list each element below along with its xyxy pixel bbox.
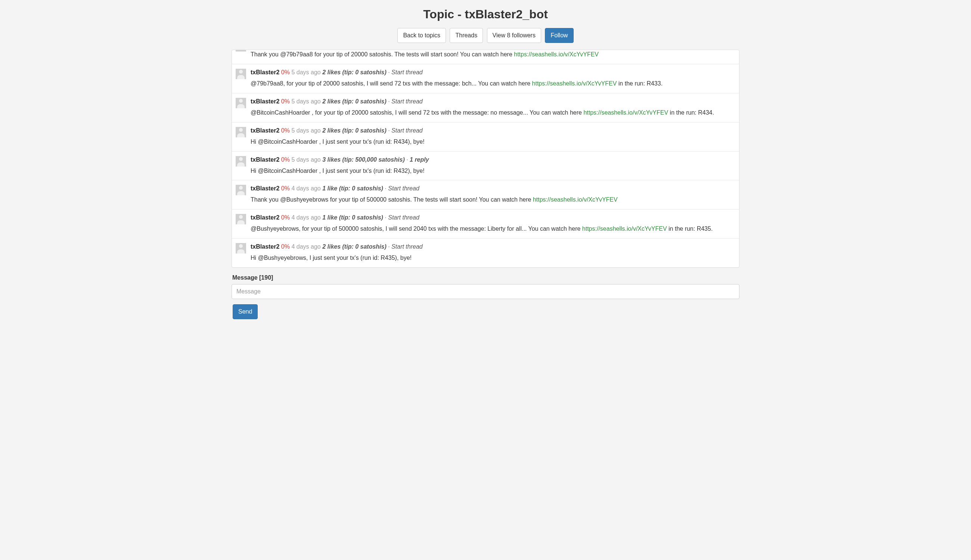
external-link[interactable]: https://seashells.io/v/XcYvYFEV	[533, 197, 618, 203]
time-ago: 4 days ago	[291, 243, 320, 250]
avatar[interactable]	[236, 127, 246, 137]
post-row: txBlaster2 0% 5 days ago 2 likes (tip: 0…	[232, 64, 739, 93]
reputation-percent: 0%	[281, 157, 290, 163]
time-ago: 5 days ago	[291, 157, 320, 163]
post-text-pre: Thank you @79b79aa8 for your tip of 2000…	[250, 51, 514, 57]
likes-count[interactable]: 1 like	[322, 185, 337, 192]
username[interactable]: txBlaster2	[250, 98, 279, 105]
username[interactable]: txBlaster2	[250, 214, 279, 221]
message-label: Message [190]	[232, 274, 739, 281]
likes-count[interactable]: 1 like	[322, 214, 337, 221]
post-meta: txBlaster2 0% 4 days ago 2 likes (tip: 0…	[250, 242, 734, 251]
post-content: @Bushyeyebrows, for your tip of 500000 s…	[250, 224, 734, 234]
post-row: txBlaster2 0% 5 days ago 2 likes (tip: 0…	[232, 122, 739, 152]
username[interactable]: txBlaster2	[250, 127, 279, 133]
reputation-percent: 0%	[281, 185, 290, 192]
avatar[interactable]	[236, 185, 246, 195]
tip-amount: (tip: 0 satoshis)	[342, 243, 387, 250]
follow-button[interactable]: Follow	[545, 28, 573, 43]
tip-amount: (tip: 0 satoshis)	[339, 185, 383, 192]
time-ago: 5 days ago	[291, 127, 320, 133]
start-thread-link[interactable]: Start thread	[388, 214, 419, 221]
post-text-post: in the run: R434.	[668, 109, 714, 116]
external-link[interactable]: https://seashells.io/v/XcYvYFEV	[582, 225, 667, 232]
likes-count[interactable]: 2 likes	[322, 69, 340, 75]
avatar[interactable]	[236, 50, 246, 52]
view-followers-button[interactable]: View 8 followers	[487, 28, 541, 43]
post-content: Thank you @79b79aa8 for your tip of 2000…	[250, 50, 734, 59]
post-text-pre: Hi @Bushyeyebrows, I just sent your tx's…	[250, 255, 412, 261]
post-meta: txBlaster2 0% 4 days ago 1 like (tip: 0 …	[250, 184, 734, 193]
post-meta: txBlaster2 0% 4 days ago 1 like (tip: 0 …	[250, 213, 734, 222]
message-input[interactable]	[232, 284, 739, 299]
start-thread-link[interactable]: Start thread	[391, 98, 423, 105]
post-text-post: in the run: R435.	[667, 225, 713, 232]
external-link[interactable]: https://seashells.io/v/XcYvYFEV	[532, 80, 617, 87]
username[interactable]: txBlaster2	[250, 69, 279, 75]
separator-dot: ·	[388, 127, 391, 133]
reputation-percent: 0%	[281, 243, 290, 250]
start-thread-link[interactable]: Start thread	[388, 185, 419, 192]
avatar[interactable]	[236, 214, 246, 224]
likes-count[interactable]: 2 likes	[322, 98, 340, 105]
post-content: Hi @BitcoinCashHoarder , I just sent you…	[250, 167, 734, 176]
external-link[interactable]: https://seashells.io/v/XcYvYFEV	[514, 51, 599, 57]
reputation-percent: 0%	[281, 127, 290, 133]
toolbar: Back to topics Threads View 8 followers …	[232, 28, 739, 43]
post-text-post: in the run: R433.	[617, 80, 662, 87]
post-text-pre: Hi @BitcoinCashHoarder , I just sent you…	[250, 138, 425, 145]
time-ago: 5 days ago	[291, 69, 320, 75]
time-ago: 5 days ago	[291, 98, 320, 105]
post-row: txBlaster2 0% 4 days ago 1 like (tip: 0 …	[232, 180, 739, 210]
post-row: Thank you @79b79aa8 for your tip of 2000…	[232, 50, 739, 64]
post-content: Hi @BitcoinCashHoarder , I just sent you…	[250, 137, 734, 147]
reputation-percent: 0%	[281, 98, 290, 105]
post-content: Hi @Bushyeyebrows, I just sent your tx's…	[250, 253, 734, 263]
separator-dot: ·	[406, 157, 410, 163]
threads-button[interactable]: Threads	[450, 28, 483, 43]
separator-dot: ·	[385, 185, 388, 192]
time-ago: 4 days ago	[291, 214, 320, 221]
reply-count[interactable]: 1 reply	[410, 157, 429, 163]
post-meta: txBlaster2 0% 5 days ago 2 likes (tip: 0…	[250, 126, 734, 135]
username[interactable]: txBlaster2	[250, 157, 279, 163]
post-row: txBlaster2 0% 4 days ago 1 like (tip: 0 …	[232, 210, 739, 238]
back-to-topics-button[interactable]: Back to topics	[397, 28, 446, 43]
separator-dot: ·	[388, 98, 391, 105]
avatar[interactable]	[236, 69, 246, 79]
username[interactable]: txBlaster2	[250, 185, 279, 192]
separator-dot: ·	[388, 69, 391, 75]
tip-amount: (tip: 0 satoshis)	[339, 214, 383, 221]
tip-amount: (tip: 0 satoshis)	[342, 98, 387, 105]
posts-list: Thank you @79b79aa8 for your tip of 2000…	[232, 50, 739, 267]
post-meta: txBlaster2 0% 5 days ago 3 likes (tip: 5…	[250, 155, 734, 164]
post-content: Thank you @Bushyeyebrows for your tip of…	[250, 195, 734, 205]
likes-count[interactable]: 2 likes	[322, 127, 340, 133]
separator-dot: ·	[388, 243, 391, 250]
avatar[interactable]	[236, 156, 246, 167]
start-thread-link[interactable]: Start thread	[391, 69, 423, 75]
reputation-percent: 0%	[281, 214, 290, 221]
post-row: txBlaster2 0% 5 days ago 3 likes (tip: 5…	[232, 152, 739, 181]
post-content: @BitcoinCashHoarder , for your tip of 20…	[250, 108, 734, 118]
separator-dot: ·	[385, 214, 388, 221]
start-thread-link[interactable]: Start thread	[391, 127, 423, 133]
username[interactable]: txBlaster2	[250, 243, 279, 250]
post-row: txBlaster2 0% 5 days ago 2 likes (tip: 0…	[232, 93, 739, 122]
send-button[interactable]: Send	[233, 304, 258, 319]
post-text-pre: @BitcoinCashHoarder , for your tip of 20…	[250, 109, 583, 116]
avatar[interactable]	[236, 98, 246, 108]
avatar[interactable]	[236, 243, 246, 253]
likes-count[interactable]: 3 likes	[322, 157, 340, 163]
start-thread-link[interactable]: Start thread	[391, 243, 423, 250]
post-content: @79b79aa8, for your tip of 20000 satoshi…	[250, 79, 734, 88]
time-ago: 4 days ago	[291, 185, 320, 192]
external-link[interactable]: https://seashells.io/v/XcYvYFEV	[583, 109, 668, 116]
tip-amount: (tip: 500,000 satoshis)	[342, 157, 405, 163]
reputation-percent: 0%	[281, 69, 290, 75]
post-meta: txBlaster2 0% 5 days ago 2 likes (tip: 0…	[250, 97, 734, 106]
post-text-pre: @79b79aa8, for your tip of 20000 satoshi…	[250, 80, 532, 87]
tip-amount: (tip: 0 satoshis)	[342, 127, 387, 133]
tip-amount: (tip: 0 satoshis)	[342, 69, 387, 75]
likes-count[interactable]: 2 likes	[322, 243, 340, 250]
